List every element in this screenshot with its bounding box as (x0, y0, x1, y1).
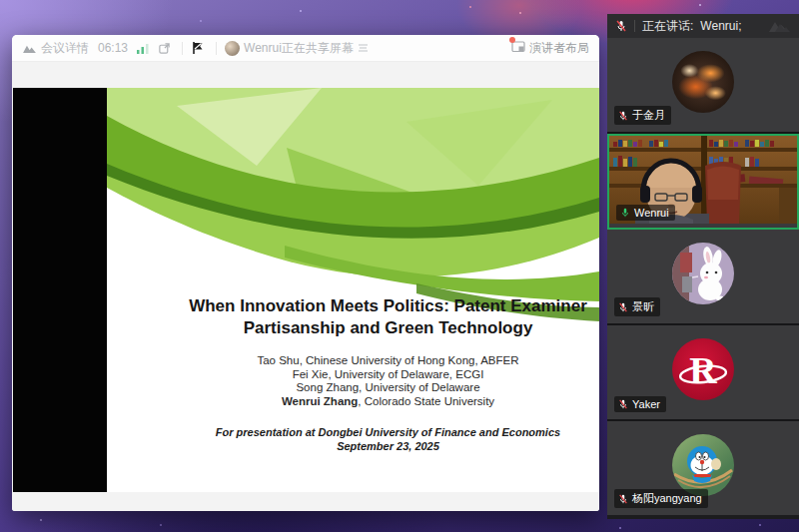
participant-name: 杨阳yangyang (632, 491, 702, 506)
svg-text:R: R (689, 349, 717, 391)
share-options-icon[interactable] (358, 43, 369, 53)
author-line: Wenrui Zhang, Colorado State University (179, 395, 597, 409)
participant-tile-active-speaker[interactable]: Wenrui (607, 134, 799, 230)
slide-authors: Tao Shu, Chinese University of Hong Kong… (179, 354, 597, 408)
participant-tiles: 于金月 (607, 38, 799, 519)
author-line: Fei Xie, University of Delaware, ECGI (179, 368, 597, 382)
slide-text-block: When Innovation Meets Politics: Patent E… (179, 295, 597, 453)
participant-name-badge: 景昕 (614, 297, 660, 316)
presentation-slide: When Innovation Meets Politics: Patent E… (107, 88, 599, 492)
meeting-details-label: 会议详情 (41, 40, 89, 57)
toolbar-divider (182, 42, 183, 55)
annotation-tool-icon[interactable] (191, 41, 205, 55)
author-line: Song Zhang, University of Delaware (179, 381, 597, 395)
toolbar-divider (216, 42, 217, 55)
active-speaker-bar: 正在讲话: Wenrui; (607, 14, 799, 38)
participant-name: 景昕 (632, 299, 654, 314)
speaker-names: Wenrui; (700, 19, 741, 33)
speaking-label: 正在讲话: (642, 18, 693, 35)
participant-name-badge: Wenrui (616, 205, 675, 221)
mic-muted-icon (618, 494, 628, 504)
participant-tile[interactable]: 景昕 (607, 230, 799, 325)
mic-muted-icon (618, 399, 628, 409)
mic-muted-icon (618, 302, 628, 312)
participant-tile[interactable]: 于金月 (607, 38, 799, 134)
participant-name: Yaker (632, 398, 660, 410)
slide-footnote: For presentation at Dongbei University o… (179, 425, 597, 453)
mic-active-icon (620, 208, 630, 218)
popout-icon[interactable] (158, 42, 171, 55)
mic-muted-icon (618, 111, 628, 121)
participant-name-badge: Yaker (614, 396, 666, 412)
presenter-avatar (225, 41, 240, 56)
participant-name-badge: 于金月 (614, 106, 671, 125)
doraemon-avatar (672, 434, 734, 496)
notification-dot (509, 37, 515, 43)
meeting-window: 会议详情 06:13 Wenrui正在共享屏幕 (12, 35, 599, 511)
slide-title: When Innovation Meets Politics: Patent E… (179, 295, 597, 339)
sharing-status-text: Wenrui正在共享屏幕 (244, 40, 354, 57)
meeting-logo-icon (22, 43, 37, 54)
rockets-logo-avatar: R (672, 338, 734, 400)
shared-screen-area: When Innovation Meets Politics: Patent E… (12, 62, 599, 511)
participant-name: Wenrui (634, 207, 669, 219)
koi-fish-avatar (672, 51, 734, 113)
white-rabbit-avatar (672, 243, 734, 304)
participant-tile[interactable]: 杨阳yangyang (607, 421, 799, 515)
participant-name-badge: 杨阳yangyang (614, 489, 708, 508)
participants-sidebar: 正在讲话: Wenrui; 于金月 (607, 14, 799, 519)
participant-tile[interactable]: R Yaker (607, 325, 799, 421)
meeting-toolbar: 会议详情 06:13 Wenrui正在共享屏幕 (12, 35, 599, 62)
mic-muted-icon (615, 20, 627, 32)
meeting-watermark-icon (767, 20, 791, 33)
speaker-layout-button[interactable]: 演讲者布局 (511, 40, 589, 57)
meeting-details-button[interactable]: 会议详情 (22, 40, 89, 57)
participant-name: 于金月 (632, 108, 665, 123)
letterbox-bar (13, 88, 107, 492)
network-signal-icon[interactable] (137, 43, 149, 54)
screen: 会议详情 06:13 Wenrui正在共享屏幕 (0, 0, 799, 532)
meeting-timer: 06:13 (98, 41, 128, 55)
header-divider (634, 20, 635, 32)
sharing-status: Wenrui正在共享屏幕 (225, 40, 369, 57)
speaker-layout-icon (511, 40, 525, 56)
author-line: Tao Shu, Chinese University of Hong Kong… (179, 354, 597, 368)
